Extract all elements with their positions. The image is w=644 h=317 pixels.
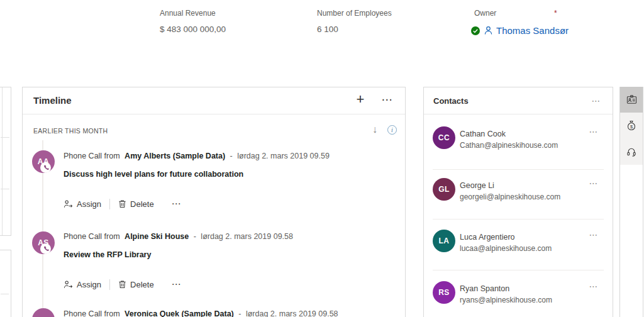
assign-button[interactable]: Assign bbox=[64, 199, 101, 209]
owner-field: Owner bbox=[474, 9, 496, 18]
entry-name[interactable]: Amy Alberts (Sample Data) bbox=[125, 152, 225, 160]
delete-label: Delete bbox=[130, 199, 154, 209]
timeline-more-button[interactable]: ⋯ bbox=[379, 92, 395, 106]
contacts-card: Contacts ⋯ CC Cathan Cook Cathan@alpines… bbox=[423, 87, 613, 317]
annual-revenue-label: Annual Revenue bbox=[160, 9, 226, 18]
rail-headset-tab[interactable] bbox=[620, 138, 643, 164]
timeline-entry-header: Phone Call from Veronica Quek (Sample Da… bbox=[64, 309, 338, 317]
timeline-info-icon[interactable]: i bbox=[387, 125, 397, 135]
timeline-title: Timeline bbox=[33, 95, 72, 106]
annual-revenue-field: Annual Revenue $ 483 000 000,00 bbox=[160, 9, 226, 34]
trash-icon bbox=[118, 280, 126, 289]
contact-name[interactable]: Cathan Cook bbox=[460, 130, 506, 138]
phone-call-icon bbox=[40, 243, 51, 254]
entry-more-button[interactable]: ⋯ bbox=[172, 198, 181, 209]
entry-separator: - bbox=[238, 309, 241, 317]
money-bag-icon: $ bbox=[626, 120, 636, 131]
timeline-section-label: EARLIER THIS MONTH bbox=[33, 127, 108, 135]
entry-name[interactable]: Veronica Quek (Sample Data) bbox=[125, 309, 234, 317]
contact-email: Cathan@alpineskihouse.com bbox=[460, 141, 558, 150]
left-panel-field-underline bbox=[1, 294, 9, 294]
contact-avatar: RS bbox=[433, 281, 455, 304]
contacts-more-button[interactable]: ⋯ bbox=[589, 96, 604, 106]
entry-prefix: Phone Call from bbox=[64, 152, 120, 160]
entry-prefix: Phone Call from bbox=[64, 232, 120, 241]
rail-money-tab[interactable]: $ bbox=[620, 113, 643, 138]
entry-name[interactable]: Alpine Ski House bbox=[125, 232, 189, 241]
timeline-entry-header: Phone Call from Amy Alberts (Sample Data… bbox=[64, 152, 330, 160]
timeline-entry-actions: Assign Delete ⋯ bbox=[64, 198, 181, 209]
owner-value: Thomas Sandsør bbox=[471, 25, 569, 36]
contact-name[interactable]: Ryan Spanton bbox=[460, 284, 509, 293]
contact-divider bbox=[433, 270, 604, 270]
delete-button[interactable]: Delete bbox=[118, 280, 154, 289]
timeline-entry-subject[interactable]: Review the RFP Library bbox=[64, 250, 151, 259]
headset-icon bbox=[626, 147, 636, 157]
left-panel-field-underline bbox=[1, 189, 9, 189]
contact-avatar: CC bbox=[433, 126, 455, 149]
contact-email: georgeli@alpineskihouse.com bbox=[460, 192, 560, 201]
contact-name[interactable]: Luca Argentiero bbox=[460, 233, 515, 242]
employees-label: Number of Employees bbox=[317, 9, 392, 18]
contacts-header-divider bbox=[424, 114, 613, 114]
timeline-add-button[interactable]: + bbox=[352, 91, 369, 108]
contact-more-button[interactable]: ⋯ bbox=[586, 178, 601, 188]
contact-more-button[interactable]: ⋯ bbox=[586, 230, 601, 240]
entry-prefix: Phone Call from bbox=[64, 309, 120, 317]
verified-check-icon bbox=[471, 26, 480, 35]
related-panel-rail: $ bbox=[619, 87, 643, 317]
left-panel-field-underline bbox=[1, 137, 9, 138]
contact-name[interactable]: George Li bbox=[460, 181, 494, 190]
entry-timestamp: lørdag 2. mars 2019 09.59 bbox=[237, 152, 330, 160]
owner-link[interactable]: Thomas Sandsør bbox=[496, 25, 569, 36]
left-panel-inner-line bbox=[2, 87, 3, 235]
phone-call-icon bbox=[40, 162, 51, 173]
account-form-screen: Annual Revenue $ 483 000 000,00 Number o… bbox=[0, 0, 644, 317]
left-clipped-panel-bottom bbox=[0, 250, 11, 317]
contact-divider bbox=[433, 219, 604, 220]
actions-separator bbox=[109, 279, 110, 290]
contact-avatar: GL bbox=[433, 178, 455, 201]
owner-required-mark: * bbox=[554, 9, 557, 18]
contact-card-icon bbox=[626, 94, 637, 105]
entry-separator: - bbox=[194, 232, 196, 241]
trash-icon bbox=[118, 199, 126, 208]
entry-more-button[interactable]: ⋯ bbox=[172, 279, 181, 290]
timeline-avatar bbox=[32, 308, 55, 317]
rail-contact-card-tab[interactable] bbox=[620, 87, 643, 113]
owner-label: Owner bbox=[474, 9, 496, 18]
left-clipped-panel-top bbox=[0, 87, 11, 236]
contact-more-button[interactable]: ⋯ bbox=[586, 126, 601, 136]
contact-more-button[interactable]: ⋯ bbox=[586, 281, 601, 291]
assign-label: Assign bbox=[77, 199, 101, 209]
timeline-header-divider bbox=[23, 114, 405, 114]
contact-email: ryans@alpineskihouse.com bbox=[460, 296, 552, 304]
timeline-card: Timeline + ⋯ EARLIER THIS MONTH ↓ i AA P… bbox=[22, 87, 406, 317]
sort-arrow-down-icon[interactable]: ↓ bbox=[368, 123, 382, 136]
person-icon bbox=[483, 25, 494, 36]
entry-timestamp: lørdag 2. mars 2019 09.58 bbox=[201, 232, 293, 241]
contact-email: lucaa@alpineskihouse.com bbox=[460, 244, 552, 253]
contact-divider bbox=[433, 169, 604, 170]
timeline-entry-header: Phone Call from Alpine Ski House - lørda… bbox=[64, 232, 293, 241]
timeline-entry-subject[interactable]: Discuss high level plans for future coll… bbox=[64, 170, 243, 179]
entry-separator: - bbox=[230, 152, 233, 160]
delete-button[interactable]: Delete bbox=[118, 199, 154, 209]
assign-person-icon bbox=[64, 280, 73, 289]
actions-separator bbox=[109, 199, 110, 209]
entry-timestamp: lørdag 2. mars 2019 09.58 bbox=[246, 309, 338, 317]
annual-revenue-value[interactable]: $ 483 000 000,00 bbox=[160, 25, 226, 34]
contact-avatar: LA bbox=[433, 230, 455, 252]
svg-text:$: $ bbox=[630, 124, 633, 130]
assign-label: Assign bbox=[77, 280, 101, 289]
contacts-title: Contacts bbox=[433, 96, 469, 106]
assign-person-icon bbox=[64, 199, 73, 209]
assign-button[interactable]: Assign bbox=[64, 280, 101, 289]
delete-label: Delete bbox=[130, 280, 154, 289]
timeline-entry-actions: Assign Delete ⋯ bbox=[64, 279, 181, 290]
employees-value[interactable]: 6 100 bbox=[317, 25, 392, 34]
employees-field: Number of Employees 6 100 bbox=[317, 9, 392, 34]
